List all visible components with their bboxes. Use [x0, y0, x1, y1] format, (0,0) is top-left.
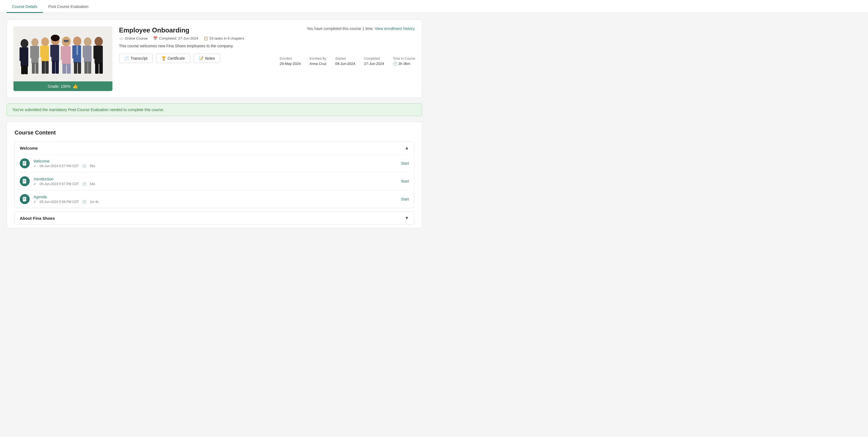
svg-rect-27	[64, 40, 69, 42]
item-date-welcome: 09-Jun-2024 5:57 PM CDT	[39, 164, 79, 168]
svg-rect-35	[76, 46, 78, 55]
check-icon: ✓	[34, 182, 36, 186]
svg-rect-31	[62, 64, 66, 74]
svg-rect-60	[23, 197, 26, 201]
tab-course-details[interactable]: Course Details	[7, 0, 43, 13]
svg-rect-38	[74, 62, 77, 74]
item-date-introduction: 09-Jun-2024 5:57 PM CDT	[39, 182, 79, 186]
item-icon-welcome	[20, 158, 30, 168]
completed-date: 📅 Completed: 27-Jun-2024	[153, 36, 198, 40]
svg-rect-36	[72, 46, 75, 59]
svg-rect-25	[56, 61, 59, 74]
svg-rect-24	[52, 61, 55, 74]
completed-date-label: Completed: 27-Jun-2024	[159, 36, 198, 40]
svg-rect-6	[25, 65, 28, 74]
chapter-welcome-header[interactable]: Welcome ▲	[15, 142, 414, 154]
clock-icon: 🕐	[82, 200, 86, 204]
time-in-course-value: 🕐 3h 36m	[393, 62, 415, 66]
item-meta-agenda: ✓ 09-Jun-2024 5:58 PM CDT 🕐 1m 4s	[34, 200, 397, 204]
transcript-button[interactable]: 📄 Transcript	[119, 54, 153, 63]
stat-enrolled: Enrolled 29-May-2024	[280, 57, 301, 66]
chapter-welcome-arrow: ▲	[405, 145, 409, 150]
svg-rect-9	[30, 46, 33, 58]
list-icon: 📋	[204, 36, 208, 40]
stat-enrolled-by: Enrolled By Anna Cruz	[309, 57, 326, 66]
svg-rect-56	[23, 179, 26, 183]
item-details-introduction: Introduction ✓ 09-Jun-2024 5:57 PM CDT 🕐…	[34, 177, 397, 186]
item-icon-introduction	[20, 176, 30, 186]
tab-post-course-eval[interactable]: Post Course Evaluation	[43, 0, 94, 13]
notification-message: You've submitted the mandatory Post-Cour…	[12, 108, 164, 112]
notification-banner: You've submitted the mandatory Post-Cour…	[7, 104, 422, 116]
svg-rect-32	[67, 64, 71, 74]
course-card: Grade: 100% 👍 Employee Onboarding You ha…	[7, 20, 422, 98]
svg-rect-48	[93, 46, 96, 59]
course-actions: 📄 Transcript 🏆 Certificate 📝 Notes	[119, 54, 220, 63]
svg-rect-45	[88, 62, 91, 74]
start-button-welcome[interactable]: Start	[401, 161, 409, 166]
certificate-icon: 🏆	[161, 56, 166, 60]
svg-rect-11	[32, 63, 35, 74]
svg-rect-29	[61, 46, 64, 60]
list-item: Agenda ✓ 09-Jun-2024 5:58 PM CDT 🕐 1m 4s…	[20, 190, 409, 208]
enrolled-by-label: Enrolled By	[309, 57, 326, 60]
svg-point-13	[41, 37, 49, 46]
chapter-welcome-title: Welcome	[20, 146, 38, 150]
svg-rect-18	[45, 61, 49, 74]
grade-bar: Grade: 100% 👍	[13, 81, 113, 91]
calendar-icon: 📅	[153, 36, 157, 40]
start-button-introduction[interactable]: Start	[401, 179, 409, 183]
time-in-course-label: Time In Course	[393, 57, 415, 60]
svg-rect-30	[67, 46, 71, 60]
svg-rect-42	[83, 46, 86, 58]
started-value: 09-Jun-2024	[335, 62, 355, 66]
course-info: Employee Onboarding You have completed t…	[119, 26, 415, 91]
item-details-welcome: Welcome ✓ 09-Jun-2024 5:57 PM CDT 🕐 55s	[34, 159, 397, 168]
item-name-agenda[interactable]: Agenda	[34, 195, 397, 199]
notes-button[interactable]: 📝 Notes	[193, 54, 220, 63]
tasks-info: 📋 53 tasks in 8 chapters	[204, 36, 244, 40]
list-item: Welcome ✓ 09-Jun-2024 5:57 PM CDT 🕐 55s …	[20, 154, 409, 172]
section-title: Course Content	[14, 129, 414, 136]
course-content-card: Course Content Welcome ▲	[7, 121, 422, 228]
course-type-label: Online Course	[125, 36, 148, 40]
item-duration-introduction: 54s	[90, 182, 95, 186]
transcript-label: Transcript	[130, 56, 148, 60]
page-content: Grade: 100% 👍 Employee Onboarding You ha…	[0, 13, 429, 235]
view-enrollment-history-link[interactable]: View enrollment history.	[375, 26, 415, 31]
item-meta-welcome: ✓ 09-Jun-2024 5:57 PM CDT 🕐 55s	[34, 164, 397, 168]
certificate-button[interactable]: 🏆 Certificate	[156, 54, 190, 63]
started-label: Started	[335, 57, 355, 60]
course-type: ☁️ Online Course	[119, 36, 148, 40]
course-description: This course welcomes new Fina Shoes empl…	[119, 44, 415, 48]
chapter-welcome-items: Welcome ✓ 09-Jun-2024 5:57 PM CDT 🕐 55s …	[15, 154, 414, 208]
clock-icon: 🕐	[393, 62, 397, 66]
item-details-agenda: Agenda ✓ 09-Jun-2024 5:58 PM CDT 🕐 1m 4s	[34, 195, 397, 204]
thumbs-up-icon: 👍	[72, 84, 78, 89]
clock-icon: 🕐	[82, 164, 86, 168]
enrolled-value: 29-May-2024	[280, 62, 301, 66]
chapter-about-fina-shoes-arrow: ▼	[405, 215, 409, 221]
item-meta-introduction: ✓ 09-Jun-2024 5:57 PM CDT 🕐 54s	[34, 182, 397, 186]
tabs-bar: Course Details Post Course Evaluation	[0, 0, 868, 13]
svg-rect-17	[42, 61, 45, 74]
svg-rect-39	[78, 62, 81, 74]
svg-rect-49	[100, 46, 103, 59]
svg-rect-16	[46, 46, 49, 57]
svg-rect-10	[36, 46, 39, 58]
tasks-info-label: 53 tasks in 8 chapters	[210, 36, 244, 40]
svg-rect-37	[78, 46, 81, 59]
item-duration-agenda: 1m 4s	[90, 200, 99, 204]
stat-completed: Completed 27-Jun-2024	[364, 57, 384, 66]
item-date-agenda: 09-Jun-2024 5:58 PM CDT	[39, 200, 79, 204]
grade-text: Grade: 100%	[48, 84, 71, 89]
svg-rect-44	[84, 62, 88, 74]
chapter-about-fina-shoes-title: About Fina Shoes	[20, 216, 55, 221]
completion-text: You have completed this course 1 time.	[307, 26, 374, 31]
item-name-welcome[interactable]: Welcome	[34, 159, 397, 163]
chapter-about-fina-shoes-header[interactable]: About Fina Shoes ▼	[15, 212, 414, 225]
certificate-label: Certificate	[168, 56, 185, 60]
enrolled-by-value: Anna Cruz	[309, 62, 326, 66]
item-name-introduction[interactable]: Introduction	[34, 177, 397, 181]
start-button-agenda[interactable]: Start	[401, 197, 409, 201]
